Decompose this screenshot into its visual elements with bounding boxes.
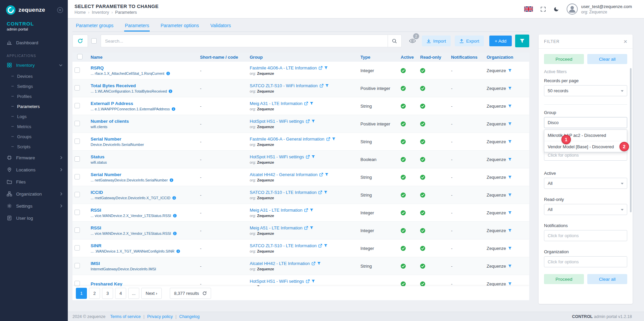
group-link[interactable]: SATCO ZLT-S10 - LTE Information xyxy=(250,190,316,195)
notifications-select[interactable] xyxy=(544,230,627,241)
sidebar-item-locations[interactable]: Locations xyxy=(0,164,68,176)
organization-filter-icon[interactable] xyxy=(508,158,512,161)
external-link-icon[interactable] xyxy=(318,244,322,248)
row-checkbox[interactable] xyxy=(75,139,80,144)
col-group[interactable]: Group xyxy=(248,55,358,60)
filter-scrollbar[interactable] xyxy=(630,68,632,212)
parameter-name-link[interactable]: Serial Number xyxy=(91,137,196,142)
parameter-name-link[interactable]: Serial Number xyxy=(91,172,196,177)
col-notifications[interactable]: Notifications xyxy=(449,55,485,60)
sidebar-item-logs[interactable]: Logs xyxy=(0,111,68,121)
results-refresh-icon[interactable] xyxy=(202,291,207,296)
external-link-icon[interactable] xyxy=(311,262,315,266)
parameter-name-link[interactable]: IMSI xyxy=(91,261,196,266)
group-link[interactable]: Meig A51 - LTE Information xyxy=(250,225,302,230)
external-link-icon[interactable] xyxy=(304,226,308,230)
col-active[interactable]: Active xyxy=(399,55,418,60)
row-checkbox[interactable] xyxy=(75,103,80,108)
col-readonly[interactable]: Read-only xyxy=(418,55,449,60)
proceed-button-top[interactable]: Proceed xyxy=(544,54,584,64)
parameter-name-link[interactable]: SINR xyxy=(91,243,196,248)
sidebar-item-firmware[interactable]: Firmware xyxy=(0,152,68,164)
parameter-name-link[interactable]: Status xyxy=(91,154,196,159)
page-button-2[interactable]: 2 xyxy=(89,288,100,299)
tab-parameter-options[interactable]: Parameter options xyxy=(160,21,199,32)
import-button[interactable]: Import xyxy=(422,36,451,46)
group-filter-icon[interactable] xyxy=(332,137,336,141)
export-button[interactable]: Export xyxy=(455,36,484,46)
group-filter-icon[interactable] xyxy=(324,191,328,194)
select-all-checkbox[interactable] xyxy=(91,38,97,44)
tab-parameter-groups[interactable]: Parameter groups xyxy=(75,21,114,32)
clear-all-button-bottom[interactable]: Clear all xyxy=(587,274,627,284)
organization-filter-icon[interactable] xyxy=(508,282,512,286)
group-filter-icon[interactable] xyxy=(325,173,329,176)
sidebar-item-metrics[interactable]: Metrics xyxy=(0,121,68,131)
col-organization[interactable]: Organization xyxy=(485,55,529,60)
external-link-icon[interactable] xyxy=(318,66,323,70)
row-checkbox[interactable] xyxy=(75,281,80,286)
sidebar-item-settings[interactable]: Settings xyxy=(0,200,68,212)
organization-filter-icon[interactable] xyxy=(508,193,512,197)
organization-filter-icon[interactable] xyxy=(508,104,512,108)
group-filter-icon[interactable] xyxy=(310,226,313,230)
sidebar-item-dashboard[interactable]: Dashboard xyxy=(0,37,68,49)
records-per-page-select[interactable]: 50 records xyxy=(544,85,627,96)
row-checkbox[interactable] xyxy=(75,192,80,197)
row-checkbox[interactable] xyxy=(75,210,80,215)
info-icon[interactable] xyxy=(169,178,174,182)
privacy-link[interactable]: Privacy policy xyxy=(141,314,173,319)
organization-filter-icon[interactable] xyxy=(508,247,512,250)
tab-parameters[interactable]: Parameters xyxy=(124,21,150,32)
page-button-3[interactable]: 3 xyxy=(102,288,113,299)
col-shortname[interactable]: Short-name / code xyxy=(198,55,248,60)
organization-filter-icon[interactable] xyxy=(508,69,512,72)
group-link[interactable]: HotSpot HS1 - WiFi settings xyxy=(250,119,304,124)
parameter-name-link[interactable]: RSRQ xyxy=(91,65,196,70)
add-button[interactable]: + Add xyxy=(489,36,512,46)
brand-block[interactable]: zequenze xyxy=(0,0,68,15)
parameter-name-link[interactable]: Preshared Key xyxy=(91,281,196,286)
row-checkbox[interactable] xyxy=(75,156,80,162)
group-link[interactable]: SATCO ZLT-S10 - LTE Information xyxy=(250,243,316,248)
filter-toggle-button[interactable] xyxy=(515,35,529,47)
group-search-input[interactable] xyxy=(544,117,627,128)
group-filter-icon[interactable] xyxy=(310,208,313,212)
sidebar-item-files[interactable]: Files xyxy=(0,176,68,188)
organization-filter-icon[interactable] xyxy=(508,175,512,179)
group-filter-icon[interactable] xyxy=(311,119,315,123)
parameter-name-link[interactable]: Total Bytes Received xyxy=(91,83,196,88)
col-name[interactable]: Name xyxy=(85,55,198,60)
group-filter-icon[interactable] xyxy=(311,155,315,159)
page-button-1[interactable]: 1 xyxy=(76,288,87,299)
sidebar-item-devices[interactable]: Devices xyxy=(0,71,68,81)
row-checkbox[interactable] xyxy=(75,227,80,233)
row-checkbox[interactable] xyxy=(75,67,80,73)
group-option-mikrotik[interactable]: Mikrotik hAP ac2 - Discovered xyxy=(544,130,627,141)
group-option-vendor-model[interactable]: Vendor Model [Base] - Discovered xyxy=(544,141,627,152)
fullscreen-icon[interactable] xyxy=(540,6,546,12)
group-filter-icon[interactable] xyxy=(325,84,329,88)
group-link[interactable]: Meig A31 - LTE Information xyxy=(250,101,302,106)
parameter-name-link[interactable]: Externall P Address xyxy=(91,101,196,106)
breadcrumb-inventory[interactable]: Inventory xyxy=(86,10,109,15)
group-link[interactable]: Alcatel HH42 - LTE Information xyxy=(250,261,310,266)
proceed-button-bottom[interactable]: Proceed xyxy=(544,274,584,284)
parameter-name-link[interactable]: ICCID xyxy=(91,190,196,195)
organization-filter-icon[interactable] xyxy=(508,229,512,232)
group-filter-icon[interactable] xyxy=(324,244,328,248)
next-page-button[interactable]: Next › xyxy=(141,288,162,299)
external-link-icon[interactable] xyxy=(306,155,310,159)
external-link-icon[interactable] xyxy=(318,191,322,195)
tab-validators[interactable]: Validators xyxy=(210,21,232,32)
group-filter-icon[interactable] xyxy=(324,66,328,70)
organization-filter-icon[interactable] xyxy=(508,264,512,268)
external-link-icon[interactable] xyxy=(306,119,310,123)
parameter-name-link[interactable]: Number of clients xyxy=(91,119,196,124)
header-checkbox[interactable] xyxy=(77,54,83,59)
group-link[interactable]: HotSpot HS1 - WiFi settings xyxy=(250,154,304,159)
group-link[interactable]: Alcatel HH42 - General Information xyxy=(250,172,317,177)
sidebar-toggle-icon[interactable] xyxy=(57,7,63,13)
parameter-name-link[interactable]: RSSI xyxy=(91,208,196,213)
info-icon[interactable] xyxy=(166,71,170,75)
